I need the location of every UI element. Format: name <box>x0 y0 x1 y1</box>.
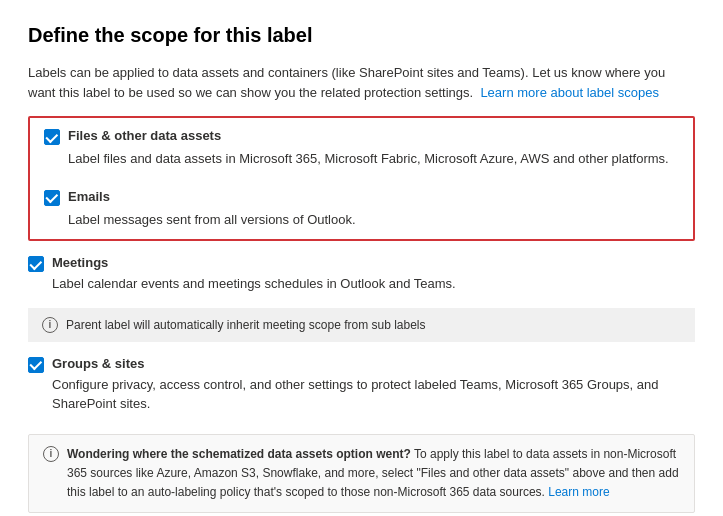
meetings-info-bar: i Parent label will automatically inheri… <box>28 308 695 342</box>
option-emails: Emails Label messages sent from all vers… <box>30 179 693 240</box>
option-emails-label: Emails <box>68 189 110 204</box>
page-title: Define the scope for this label <box>28 24 695 47</box>
checkbox-groups[interactable] <box>28 357 44 373</box>
learn-more-link[interactable]: Learn more <box>548 485 609 499</box>
checkbox-files[interactable] <box>44 129 60 145</box>
option-files-header: Files & other data assets <box>44 128 679 145</box>
red-bordered-section: Files & other data assets Label files an… <box>28 116 695 241</box>
info-icon-meetings: i <box>42 317 58 333</box>
option-files: Files & other data assets Label files an… <box>30 118 693 179</box>
option-meetings-label: Meetings <box>52 255 108 270</box>
meetings-info-text: Parent label will automatically inherit … <box>66 316 426 334</box>
option-groups-header: Groups & sites <box>28 356 695 373</box>
option-groups-label: Groups & sites <box>52 356 144 371</box>
info-icon-warning: i <box>43 446 59 462</box>
intro-paragraph: Labels can be applied to data assets and… <box>28 63 695 102</box>
options-container: Files & other data assets Label files an… <box>28 116 695 513</box>
option-files-label: Files & other data assets <box>68 128 221 143</box>
learn-more-scopes-link[interactable]: Learn more about label scopes <box>480 85 659 100</box>
option-emails-header: Emails <box>44 189 679 206</box>
option-meetings-wrapper: Meetings Label calendar events and meeti… <box>28 245 695 304</box>
warning-bar: i Wondering where the schematized data a… <box>28 434 695 514</box>
option-meetings-desc: Label calendar events and meetings sched… <box>28 274 695 294</box>
option-meetings-header: Meetings <box>28 255 695 272</box>
warning-bold: Wondering where the schematized data ass… <box>67 447 411 461</box>
option-groups-desc: Configure privacy, access control, and o… <box>28 375 695 414</box>
option-emails-desc: Label messages sent from all versions of… <box>44 210 679 230</box>
option-groups-wrapper: Groups & sites Configure privacy, access… <box>28 346 695 424</box>
warning-text: Wondering where the schematized data ass… <box>67 445 680 503</box>
checkbox-meetings[interactable] <box>28 256 44 272</box>
checkbox-emails[interactable] <box>44 190 60 206</box>
option-files-desc: Label files and data assets in Microsoft… <box>44 149 679 169</box>
